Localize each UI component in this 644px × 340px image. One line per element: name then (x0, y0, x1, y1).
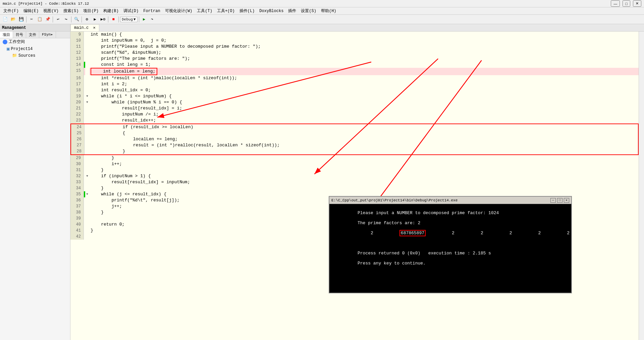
menu-item-h[interactable]: 帮助(H) (319, 8, 338, 14)
open-button[interactable]: 📂 (9, 16, 17, 23)
fold-marker[interactable] (85, 38, 89, 44)
fold-marker[interactable] (85, 105, 89, 111)
code-editor[interactable]: 9int main() {10 int inputNum = 0, j = 0;… (70, 32, 639, 340)
build-button[interactable]: ⚙ (83, 16, 91, 23)
fold-marker[interactable] (85, 209, 89, 215)
save-button[interactable]: 💾 (17, 16, 25, 23)
fold-marker[interactable] (86, 124, 90, 130)
fold-marker[interactable] (85, 117, 89, 124)
menu-item-w[interactable]: 可视化设计(W) (163, 8, 195, 14)
terminal-continue: Press any key to continue. (358, 261, 426, 266)
panel-tabs: 项目 符号 文件 FSyn▸ (0, 32, 70, 38)
code-line: 15 int localLen = leng; (70, 68, 639, 75)
fold-marker[interactable] (85, 44, 89, 50)
menu-item-fortran[interactable]: Fortran (141, 8, 162, 14)
fold-marker[interactable] (85, 197, 89, 203)
fold-marker[interactable] (85, 62, 89, 68)
fold-marker[interactable] (86, 136, 90, 142)
fold-marker[interactable] (85, 222, 89, 228)
debug-mode-dropdown[interactable]: Debug ▼ (120, 17, 138, 22)
menu-item-s[interactable]: 搜索(S) (61, 8, 81, 14)
tab-project[interactable]: 项目 (0, 32, 13, 38)
tab-fsyn[interactable]: FSyn▸ (39, 32, 56, 38)
new-button[interactable]: 📄 (1, 16, 9, 23)
undo-button[interactable]: ↩ (54, 16, 62, 23)
close-button[interactable]: ✕ (633, 0, 641, 7)
menu-item-s[interactable]: 设置(S) (299, 8, 318, 14)
menu-item-b[interactable]: 构建(B) (101, 8, 121, 14)
code-line: 18 int result_idx = 0; (70, 87, 639, 93)
fold-marker[interactable] (85, 81, 89, 87)
line-content: scanf("%d", &inputNum); (89, 50, 639, 56)
fold-marker[interactable] (85, 167, 89, 173)
menu-item-f[interactable]: 文件(F) (1, 8, 21, 14)
code-line: 10 int inputNum = 0, j = 0; (70, 38, 639, 44)
debug-start-button[interactable]: ▶ (141, 16, 148, 23)
fold-marker[interactable] (85, 155, 89, 161)
run-button[interactable]: ▶ (91, 16, 99, 23)
fold-marker[interactable] (85, 50, 89, 56)
fold-marker[interactable] (85, 111, 89, 117)
line-content: result[result_idx] = inputNum; (89, 179, 639, 185)
fold-marker[interactable] (85, 203, 89, 209)
maximize-button[interactable]: □ (623, 0, 630, 7)
menu-item-[interactable]: 插件 (286, 8, 298, 14)
terminal-close-btn[interactable]: ✕ (564, 198, 569, 203)
fold-marker[interactable] (86, 148, 90, 154)
menu-item-l[interactable]: 插件(L) (237, 8, 257, 14)
search-button[interactable]: 🔍 (73, 16, 80, 23)
workspace-icon (3, 40, 7, 44)
fold-marker[interactable] (85, 68, 89, 75)
line-number: 31 (70, 167, 84, 173)
fold-marker[interactable] (85, 75, 89, 81)
fold-marker[interactable] (85, 185, 89, 191)
tab-symbol[interactable]: 符号 (13, 32, 26, 38)
tree-sources[interactable]: 📁 Sources (0, 52, 70, 59)
menu-item-o[interactable]: 工具+(O) (215, 8, 237, 14)
tree-workspace[interactable]: 工作空间 (0, 38, 70, 45)
cut-button[interactable]: ✂ (28, 16, 35, 23)
debug-step-button[interactable]: ↷ (149, 16, 156, 23)
tab-file[interactable]: 文件 (26, 32, 39, 38)
menu-item-v[interactable]: 视图(V) (41, 8, 61, 14)
terminal-title-buttons[interactable]: — □ ✕ (550, 198, 569, 203)
fold-marker[interactable] (86, 130, 90, 136)
minimize-button[interactable]: — (611, 0, 620, 7)
fold-marker[interactable]: ▼ (85, 99, 89, 105)
fold-marker[interactable] (85, 56, 89, 62)
window-controls[interactable]: — □ ✕ (611, 0, 641, 7)
terminal-window: E:\C_Cpp\out_put\proj01\Project14\bin\De… (329, 196, 572, 293)
tree-project14[interactable]: ▣ Project14 (0, 45, 70, 52)
fold-marker[interactable] (85, 161, 89, 167)
fold-marker[interactable] (85, 234, 89, 240)
copy-button[interactable]: 📋 (36, 16, 43, 23)
tab-main-c[interactable]: main.c ✕ (70, 24, 99, 31)
paste-button[interactable]: 📌 (44, 16, 51, 23)
menu-item-p[interactable]: 项目(P) (81, 8, 101, 14)
terminal-maximize-btn[interactable]: □ (557, 198, 562, 203)
menu-item-d[interactable]: 调试(D) (121, 8, 141, 14)
project-icon: ▣ (7, 46, 9, 52)
fold-marker[interactable]: ▼ (85, 191, 89, 197)
fold-marker[interactable]: ▼ (85, 93, 89, 99)
vertical-scrollbar[interactable] (639, 32, 644, 340)
fold-marker[interactable]: ▼ (85, 173, 89, 179)
fold-marker[interactable] (85, 215, 89, 222)
fold-marker[interactable] (85, 87, 89, 93)
line-number: 28 (71, 148, 85, 154)
line-number: 21 (70, 105, 84, 111)
line-number: 25 (71, 130, 85, 136)
redo-button[interactable]: ↪ (62, 16, 70, 23)
line-number: 40 (70, 222, 84, 228)
fold-marker[interactable] (86, 142, 90, 148)
close-tab-icon[interactable]: ✕ (93, 26, 95, 30)
fold-marker[interactable] (85, 228, 89, 234)
menu-item-t[interactable]: 工具(T) (195, 8, 214, 14)
menu-item-doxyblocks[interactable]: DoxyBlocks (257, 8, 285, 14)
menu-item-e[interactable]: 编辑(E) (21, 8, 41, 14)
fold-marker[interactable] (85, 32, 89, 38)
fold-marker[interactable] (85, 179, 89, 185)
stop-button[interactable]: ■ (110, 16, 117, 23)
terminal-minimize-btn[interactable]: — (550, 198, 556, 203)
build-run-button[interactable]: ▶⚙ (99, 16, 107, 23)
